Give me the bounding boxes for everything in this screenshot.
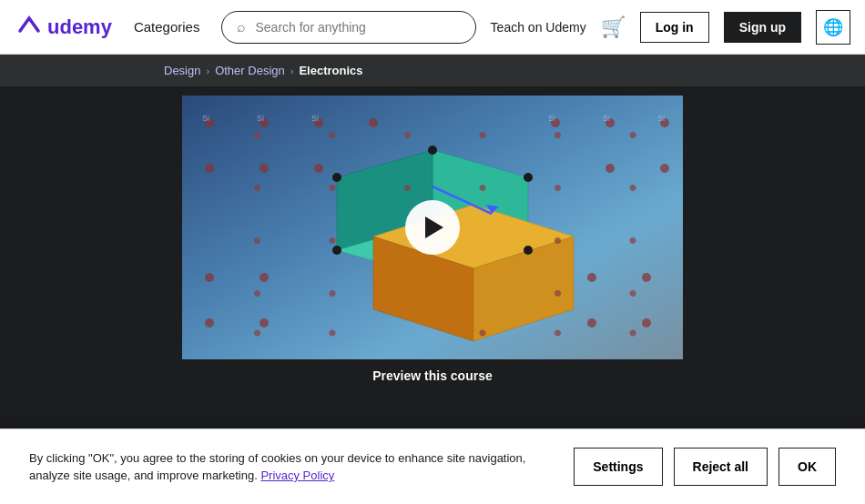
breadcrumb-sep-2: › (290, 66, 294, 76)
svg-point-19 (587, 318, 596, 328)
video-thumbnail: Si Si Si Si Si Si (182, 96, 683, 359)
svg-marker-32 (473, 237, 574, 341)
svg-point-15 (587, 273, 596, 282)
play-button[interactable] (405, 200, 460, 255)
svg-point-3 (314, 118, 323, 127)
privacy-policy-link[interactable]: Privacy Policy (260, 469, 334, 482)
categories-button[interactable]: Categories (127, 15, 208, 38)
svg-point-14 (260, 273, 269, 282)
svg-point-16 (642, 273, 651, 282)
settings-button[interactable]: Settings (574, 448, 662, 486)
svg-text:Si: Si (202, 114, 209, 123)
svg-point-12 (660, 164, 669, 173)
svg-point-10 (314, 164, 323, 173)
svg-point-17 (205, 318, 214, 328)
teach-on-udemy-link[interactable]: Teach on Udemy (491, 20, 586, 35)
svg-point-33 (428, 146, 437, 155)
svg-point-11 (606, 164, 615, 173)
udemy-logo-icon (15, 13, 44, 42)
svg-point-6 (606, 118, 615, 127)
svg-point-36 (332, 246, 341, 255)
reject-all-button[interactable]: Reject all (674, 448, 768, 486)
ok-button[interactable]: OK (778, 448, 836, 486)
cookie-buttons: Settings Reject all OK (574, 448, 836, 486)
search-icon: ⌕ (237, 19, 246, 35)
svg-point-2 (260, 118, 269, 127)
svg-point-5 (551, 118, 560, 127)
svg-point-8 (205, 164, 214, 173)
breadcrumb-other-design[interactable]: Other Design (215, 64, 285, 77)
breadcrumb-sep-1: › (206, 66, 209, 76)
preview-label: Preview this course (182, 359, 683, 392)
cookie-banner: By clicking "OK", you agree to the stori… (0, 428, 865, 504)
svg-text:Si: Si (657, 114, 665, 123)
svg-text:Si: Si (603, 114, 610, 123)
breadcrumb-current: Electronics (299, 64, 362, 77)
svg-point-4 (369, 118, 378, 127)
search-input[interactable] (255, 20, 460, 35)
svg-text:Si: Si (311, 114, 319, 123)
svg-point-38 (524, 246, 533, 255)
svg-point-35 (332, 173, 341, 182)
svg-point-18 (260, 318, 269, 328)
svg-text:Si: Si (257, 114, 264, 123)
svg-point-34 (524, 173, 533, 182)
cookie-text: By clicking "OK", you agree to the stori… (29, 449, 552, 485)
language-button[interactable]: 🌐 (816, 10, 850, 45)
signup-button[interactable]: Sign up (724, 12, 801, 43)
svg-marker-40 (486, 205, 499, 214)
svg-point-9 (260, 164, 269, 173)
login-button[interactable]: Log in (640, 12, 709, 43)
svg-point-7 (660, 118, 669, 127)
breadcrumb: Design › Other Design › Electronics (0, 55, 865, 86)
cart-icon[interactable]: 🛒 (601, 15, 626, 39)
breadcrumb-design[interactable]: Design (164, 64, 200, 77)
udemy-logo[interactable]: udemy (15, 13, 112, 42)
svg-marker-30 (373, 205, 574, 268)
svg-point-13 (205, 273, 214, 282)
video-container[interactable]: Si Si Si Si Si Si (182, 96, 683, 392)
search-bar: ⌕ (221, 11, 475, 44)
svg-text:Si: Si (548, 114, 555, 123)
logo-text: udemy (47, 15, 112, 39)
globe-icon: 🌐 (823, 17, 843, 37)
header: udemy Categories ⌕ Teach on Udemy 🛒 Log … (0, 0, 865, 55)
svg-point-1 (205, 118, 214, 127)
svg-point-20 (642, 318, 651, 328)
